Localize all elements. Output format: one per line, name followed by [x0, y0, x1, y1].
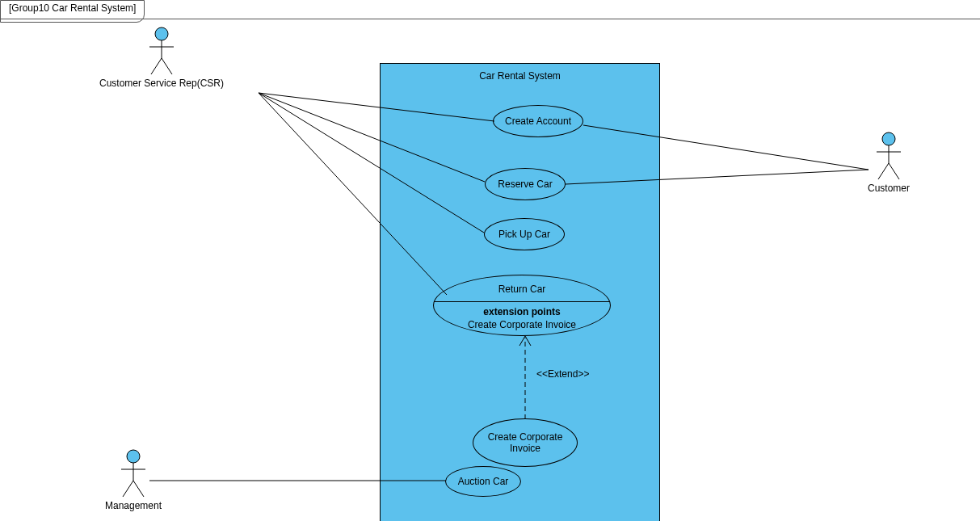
frame-divider: [0, 19, 980, 19]
svg-line-17: [889, 163, 899, 179]
usecase-create-corporate-invoice: Create Corporate Invoice: [473, 418, 578, 467]
system-title: Car Rental System: [381, 70, 659, 82]
frame-title: [Group10 Car Rental System]: [9, 2, 136, 14]
svg-line-21: [123, 481, 133, 497]
extension-points-title: extension points: [434, 306, 610, 317]
actor-management: Management: [97, 448, 170, 511]
extension-point-name: Create Corporate Invoice: [434, 319, 610, 330]
svg-line-11: [151, 58, 162, 74]
usecase-create-account: Create Account: [493, 105, 583, 137]
svg-point-13: [882, 132, 895, 145]
usecase-auction-car: Auction Car: [445, 466, 521, 497]
usecase-label-line2: Invoice: [510, 443, 540, 454]
svg-line-16: [878, 163, 889, 179]
usecase-pick-up-car: Pick Up Car: [484, 218, 565, 250]
svg-point-18: [127, 450, 140, 463]
usecase-divider: [434, 301, 610, 302]
actor-csr-label: Customer Service Rep(CSR): [93, 78, 230, 89]
usecase-label: Auction Car: [458, 476, 509, 487]
extend-stereotype-label: <<Extend>>: [536, 368, 589, 380]
usecase-label: Return Car: [434, 284, 610, 295]
diagram-canvas: [Group10 Car Rental System] Car Rental S…: [0, 0, 980, 521]
svg-point-8: [155, 27, 168, 40]
svg-line-22: [133, 481, 144, 497]
actor-customer: Customer: [860, 131, 917, 194]
svg-line-12: [162, 58, 172, 74]
actor-csr: Customer Service Rep(CSR): [93, 26, 230, 89]
actor-customer-label: Customer: [860, 183, 917, 194]
usecase-return-car: Return Car extension points Create Corpo…: [433, 275, 611, 336]
usecase-label: Pick Up Car: [498, 229, 550, 240]
stick-figure-icon: [118, 448, 149, 498]
actor-management-label: Management: [97, 500, 170, 511]
usecase-label: Create Account: [505, 116, 571, 127]
usecase-label: Reserve Car: [498, 179, 552, 190]
usecase-label-line1: Create Corporate: [488, 431, 563, 443]
usecase-reserve-car: Reserve Car: [485, 168, 566, 200]
stick-figure-icon: [146, 26, 177, 76]
stick-figure-icon: [873, 131, 904, 181]
